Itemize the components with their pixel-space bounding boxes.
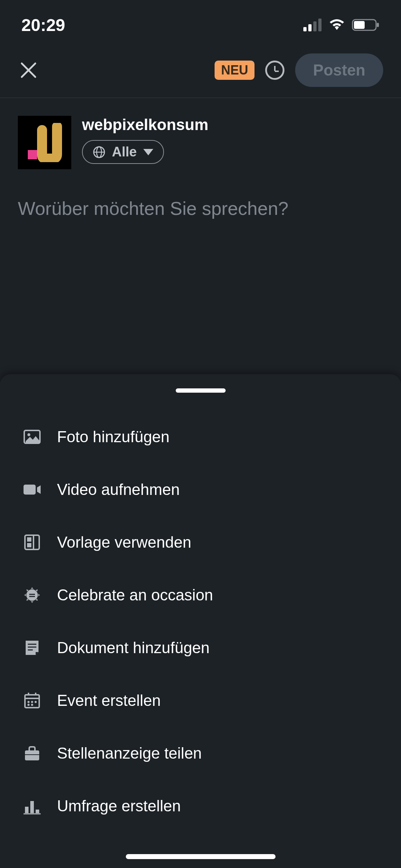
svg-rect-5 [354, 21, 365, 29]
svg-rect-17 [27, 537, 31, 542]
header: NEU Posten [0, 43, 401, 98]
document-icon [21, 637, 43, 658]
celebrate-icon [21, 584, 43, 606]
status-icons [303, 18, 380, 32]
wifi-icon [328, 19, 346, 31]
user-info: webpixelkonsum Alle [82, 116, 209, 164]
svg-point-30 [27, 701, 30, 703]
svg-rect-38 [30, 801, 34, 813]
option-use-template[interactable]: Vorlage verwenden [0, 516, 401, 569]
username: webpixelkonsum [82, 116, 209, 134]
avatar-logo-icon [21, 123, 68, 162]
svg-point-14 [27, 433, 30, 436]
option-add-photo[interactable]: Foto hinzufügen [0, 410, 401, 463]
option-label: Vorlage verwenden [57, 533, 191, 551]
option-create-event[interactable]: Event erstellen [0, 674, 401, 727]
close-icon [20, 61, 37, 79]
svg-point-31 [31, 701, 33, 703]
sheet-handle[interactable] [176, 388, 226, 393]
event-icon [21, 690, 43, 711]
option-record-video[interactable]: Video aufnehmen [0, 463, 401, 516]
photo-icon [21, 426, 43, 448]
status-time: 20:29 [21, 15, 65, 35]
composer[interactable]: Worüber möchten Sie sprechen? [0, 187, 401, 230]
svg-rect-37 [25, 807, 29, 813]
option-label: Foto hinzufügen [57, 428, 170, 446]
composer-placeholder: Worüber möchten Sie sprechen? [18, 198, 383, 219]
svg-rect-2 [313, 21, 317, 31]
video-icon [21, 479, 43, 500]
job-icon [21, 743, 43, 764]
option-label: Celebrate an occasion [57, 586, 213, 604]
option-create-poll[interactable]: Umfrage erstellen [0, 780, 401, 832]
svg-point-33 [27, 704, 30, 706]
svg-rect-1 [308, 24, 312, 31]
avatar[interactable] [18, 116, 71, 169]
globe-icon [93, 146, 106, 159]
header-actions: NEU Posten [215, 53, 383, 87]
svg-point-32 [35, 701, 37, 703]
sheet-options: Foto hinzufügen Video aufnehmen Vorl [0, 410, 401, 832]
option-add-document[interactable]: Dokument hinzufügen [0, 621, 401, 674]
bottom-sheet: Foto hinzufügen Video aufnehmen Vorl [0, 374, 401, 868]
svg-rect-0 [303, 27, 307, 31]
post-button[interactable]: Posten [295, 53, 383, 87]
svg-rect-6 [377, 23, 379, 27]
schedule-button[interactable] [265, 61, 284, 80]
svg-rect-3 [318, 19, 322, 31]
option-label: Umfrage erstellen [57, 797, 181, 815]
svg-rect-15 [24, 485, 36, 495]
svg-point-20 [26, 589, 38, 601]
svg-rect-18 [27, 543, 31, 547]
option-label: Stellenanzeige teilen [57, 744, 202, 762]
svg-point-34 [31, 704, 33, 706]
neu-badge: NEU [215, 61, 255, 80]
svg-rect-9 [28, 150, 37, 159]
template-icon [21, 532, 43, 553]
option-celebrate[interactable]: Celebrate an occasion [0, 569, 401, 621]
option-label: Dokument hinzufügen [57, 639, 210, 657]
option-share-job[interactable]: Stellenanzeige teilen [0, 727, 401, 780]
audience-selector[interactable]: Alle [82, 140, 164, 164]
option-label: Event erstellen [57, 692, 161, 709]
status-bar: 20:29 [0, 0, 401, 43]
home-indicator[interactable] [126, 854, 276, 859]
signal-icon [303, 19, 322, 31]
chevron-down-icon [143, 149, 153, 155]
svg-rect-35 [25, 750, 39, 760]
user-row: webpixelkonsum Alle [0, 98, 401, 187]
poll-icon [21, 795, 43, 817]
battery-icon [352, 18, 380, 32]
svg-rect-39 [36, 810, 39, 813]
close-button[interactable] [18, 60, 39, 81]
option-label: Video aufnehmen [57, 481, 180, 498]
audience-label: Alle [112, 144, 137, 160]
